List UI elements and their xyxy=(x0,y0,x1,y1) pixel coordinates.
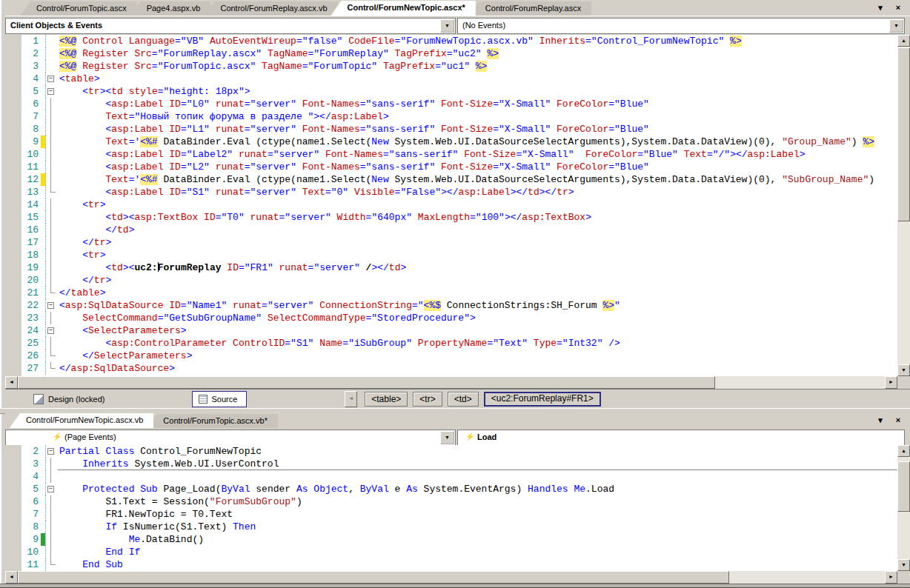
load-event-dropdown-value: Load xyxy=(477,430,496,444)
scrollbar-corner xyxy=(897,376,910,389)
code-line: 16 </td> xyxy=(5,224,897,236)
line-number: 11 xyxy=(21,558,41,571)
top-document-tabs: Control/ForumTopic.ascx Page4.aspx.vb Co… xyxy=(5,0,910,16)
codebehind-editor[interactable]: 2Partial Class Control_ForumNewTopic3 In… xyxy=(5,445,897,571)
line-number: 10 xyxy=(21,546,41,558)
close-icon[interactable]: × xyxy=(892,415,904,426)
bottom-editor-vertical-scrollbar[interactable]: ▲ ▼ xyxy=(897,445,910,571)
fold-collapse-icon[interactable] xyxy=(45,299,58,312)
tab-page4-aspx-vb[interactable]: Page4.aspx.vb xyxy=(130,1,211,16)
line-number: 27 xyxy=(21,362,41,375)
close-icon[interactable]: × xyxy=(892,2,904,13)
code-line: 9 Text='<%# DataBinder.Eval (ctype(name1… xyxy=(5,136,897,148)
scroll-right-icon[interactable]: ► xyxy=(885,571,897,584)
scrollbar-thumb[interactable] xyxy=(897,461,910,512)
fold-collapse-icon[interactable] xyxy=(45,73,58,85)
scroll-up-icon[interactable]: ▲ xyxy=(897,35,910,47)
line-number: 25 xyxy=(21,337,41,350)
top-editor-horizontal-scrollbar[interactable]: ◄ ► xyxy=(5,376,897,389)
top-navigation-bar: Client Objects & Events ▼ (No Events) ▼ xyxy=(5,16,910,36)
scrollbar-thumb[interactable] xyxy=(897,47,910,221)
tab-forumreplay-ascx-vb[interactable]: Control/ForumReplay.ascx.vb xyxy=(204,1,337,16)
code-line: 15 <td><asp:TextBox ID="T0" runat="serve… xyxy=(5,211,897,224)
dropdown-arrow-icon[interactable]: ▼ xyxy=(889,19,903,33)
breadcrumb-uc2-forumreplay[interactable]: <uc2:ForumReplay#FR1> xyxy=(484,392,601,407)
fold-collapse-icon[interactable] xyxy=(45,445,58,458)
scroll-down-icon[interactable]: ▼ xyxy=(897,559,910,571)
dropdown-arrow-icon[interactable]: ▼ xyxy=(440,19,454,33)
line-number: 3 xyxy=(21,60,41,73)
load-event-dropdown[interactable]: ⚡ Load xyxy=(457,430,905,446)
design-view-button[interactable]: Design (locked) xyxy=(33,394,104,404)
line-number: 8 xyxy=(21,521,41,533)
tag-navigator: <table> <tr> <td> <uc2:ForumReplay#FR1> xyxy=(365,392,601,407)
line-number: 24 xyxy=(21,324,41,337)
markup-editor[interactable]: 1<%@ Control Language="VB" AutoEventWire… xyxy=(5,35,897,376)
objects-dropdown[interactable]: Client Objects & Events ▼ xyxy=(5,18,456,34)
code-line: 6 S1.Text = Session("ForumSubGroup") xyxy=(5,495,897,508)
page-events-dropdown[interactable]: ⚡ (Page Events) ▼ xyxy=(5,430,456,446)
line-number: 6 xyxy=(21,495,41,508)
scroll-left-icon[interactable]: ◄ xyxy=(5,376,18,389)
scrollbar-thumb[interactable] xyxy=(18,376,715,389)
scroll-down-icon[interactable]: ▼ xyxy=(897,364,910,376)
line-number: 2 xyxy=(21,445,41,458)
page-events-dropdown-value: (Page Events) xyxy=(64,430,116,444)
line-number: 3 xyxy=(21,458,41,470)
breadcrumb-table[interactable]: <table> xyxy=(365,392,408,407)
tab-forumreplay-ascx[interactable]: Control/ForumReplay.ascx xyxy=(469,1,591,16)
line-number: 6 xyxy=(21,98,41,110)
line-number: 10 xyxy=(21,148,41,161)
line-number: 9 xyxy=(21,533,41,546)
dropdown-arrow-icon[interactable]: ▼ xyxy=(440,431,454,444)
document-menu-icon[interactable]: ▾ xyxy=(874,415,886,426)
breadcrumb-td[interactable]: <td> xyxy=(448,392,479,407)
code-line: 27</asp:SqlDataSource> xyxy=(5,362,897,375)
tab-forumnewtopic-ascx-active[interactable]: Control/ForumNewTopic.ascx* xyxy=(331,1,476,16)
events-dropdown[interactable]: (No Events) ▼ xyxy=(457,18,905,34)
code-line: 21</table> xyxy=(5,287,897,299)
fold-collapse-icon[interactable] xyxy=(45,85,58,98)
line-number: 5 xyxy=(21,483,41,495)
code-line: 8 <asp:Label ID="L1" runat="server" Font… xyxy=(5,123,897,136)
bottom-editor-horizontal-scrollbar[interactable]: ◄ ► xyxy=(5,571,897,584)
bottom-document-tabs: Control/ForumNewTopic.ascx.vb Control/Fo… xyxy=(5,412,910,429)
line-number: 20 xyxy=(21,274,41,287)
top-editor-vertical-scrollbar[interactable]: ▲ ▼ xyxy=(897,35,910,376)
code-line: 5 <tr><td style="height: 18px"> xyxy=(5,85,897,98)
fold-collapse-icon[interactable] xyxy=(45,483,58,495)
objects-dropdown-value: Client Objects & Events xyxy=(10,19,102,32)
line-number: 17 xyxy=(21,236,41,249)
line-number: 13 xyxy=(21,186,41,198)
scroll-up-icon[interactable]: ▲ xyxy=(897,445,910,457)
line-number: 9 xyxy=(21,136,41,148)
line-number: 5 xyxy=(21,85,41,98)
code-line: 23 SelectCommand="GetSubGroupName" Selec… xyxy=(5,312,897,324)
line-number: 21 xyxy=(21,287,41,299)
code-line: 25 <asp:ControlParameter ControlID="S1" … xyxy=(5,337,897,350)
document-menu-icon[interactable]: ▾ xyxy=(874,2,886,13)
code-line: 3<%@ Register Src="ForumTopic.ascx" TagN… xyxy=(5,60,897,73)
tab-forumtopic-ascx[interactable]: Control/ForumTopic.ascx xyxy=(20,1,137,16)
breadcrumb-tr[interactable]: <tr> xyxy=(413,392,442,407)
tab-forumnewtopic-ascx-vb-active[interactable]: Control/ForumNewTopic.ascx.vb xyxy=(10,413,153,428)
code-line: 10 <asp:Label ID="Label2" runat="server"… xyxy=(5,148,897,161)
design-view-icon xyxy=(33,394,44,404)
scrollbar-thumb[interactable] xyxy=(18,571,729,584)
code-line: 5 Protected Sub Page_Load(ByVal sender A… xyxy=(5,483,897,495)
scroll-right-icon[interactable]: ► xyxy=(885,376,897,389)
code-line: 14 <tr> xyxy=(5,198,897,211)
source-view-button[interactable]: Source xyxy=(192,391,247,407)
line-number: 14 xyxy=(21,198,41,211)
tag-navigator-back-icon[interactable]: ◄ xyxy=(345,391,357,407)
line-number: 4 xyxy=(21,470,41,483)
window-bottom-edge xyxy=(0,584,910,588)
code-line: 10 End If xyxy=(5,546,897,558)
scroll-left-icon[interactable]: ◄ xyxy=(5,571,18,584)
tab-forumtopic-ascx-vb[interactable]: Control/ForumTopic.ascx.vb* xyxy=(147,414,278,428)
code-line: 7 FR1.NewTopic = T0.Text xyxy=(5,508,897,521)
code-line: 19 <td><uc2:ForumReplay ID="FR1" runat="… xyxy=(5,261,897,274)
line-number: 7 xyxy=(21,508,41,521)
fold-collapse-icon[interactable] xyxy=(45,324,58,337)
code-line: 4<table> xyxy=(5,73,897,85)
